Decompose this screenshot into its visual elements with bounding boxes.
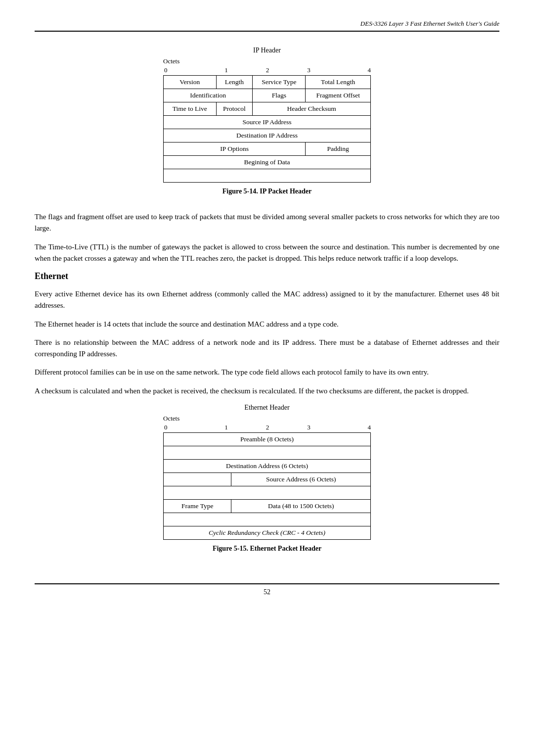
table-row xyxy=(164,486,371,499)
eth-preamble: Preamble (8 Octets) xyxy=(164,432,371,446)
table-row: Time to Live Protocol Header Checksum xyxy=(164,102,371,116)
ip-num-3: 3 xyxy=(288,66,330,74)
table-row: Source Address (6 Octets) xyxy=(164,472,371,486)
table-row: Begining of Data xyxy=(164,156,371,169)
ip-num-2: 2 xyxy=(247,66,288,74)
table-row: Destination IP Address xyxy=(164,129,371,142)
ip-fragment-offset: Fragment Offset xyxy=(306,89,371,102)
ip-num-4: 4 xyxy=(329,66,371,74)
eth-octets-label: Octets xyxy=(163,415,371,423)
page-header: DES-3326 Layer 3 Fast Ethernet Switch Us… xyxy=(35,20,499,32)
table-row: Source IP Address xyxy=(164,116,371,129)
ip-num-row: 0 1 2 3 4 xyxy=(163,66,371,74)
table-row: IP Options Padding xyxy=(164,142,371,156)
ip-num-1: 1 xyxy=(206,66,247,74)
ip-header-checksum: Header Checksum xyxy=(253,102,371,116)
page-footer: 52 xyxy=(35,583,499,596)
eth-para-3: There is no relationship between the MAC… xyxy=(35,337,499,360)
eth-para-2: The Ethernet header is 14 octets that in… xyxy=(35,319,499,330)
eth-num-1: 1 xyxy=(206,424,247,431)
ip-protocol: Protocol xyxy=(216,102,253,116)
table-row: Version Length Service Type Total Length xyxy=(164,76,371,89)
body-para-2: The Time-to-Live (TTL) is the number of … xyxy=(35,241,499,265)
eth-diagram-title: Ethernet Header xyxy=(163,404,371,412)
ethernet-heading: Ethernet xyxy=(35,271,499,282)
eth-table: Preamble (8 Octets) Destination Address … xyxy=(163,432,371,540)
eth-frame-type: Frame Type xyxy=(164,499,231,513)
table-row xyxy=(164,513,371,526)
eth-num-2: 2 xyxy=(247,424,288,431)
ip-ttl: Time to Live xyxy=(164,102,217,116)
ip-service-type: Service Type xyxy=(253,76,306,89)
ip-flags: Flags xyxy=(253,89,306,102)
ip-source-address: Source IP Address xyxy=(164,116,371,129)
eth-num-0: 0 xyxy=(164,424,206,431)
ip-diagram-title: IP Header xyxy=(163,47,371,54)
eth-source-address: Source Address (6 Octets) xyxy=(231,472,371,486)
eth-empty-4 xyxy=(164,513,371,526)
eth-num-row: 0 1 2 3 4 xyxy=(163,424,371,431)
ip-padding: Padding xyxy=(306,142,371,156)
eth-num-4: 4 xyxy=(329,424,371,431)
table-row: Destination Address (6 Octets) xyxy=(164,459,371,472)
body-para-1: The flags and fragment offset are used t… xyxy=(35,211,499,235)
eth-data: Data (48 to 1500 Octets) xyxy=(231,499,371,513)
ip-table: Version Length Service Type Total Length… xyxy=(163,75,371,183)
eth-diagram-container: Ethernet Header Octets 0 1 2 3 4 Preambl… xyxy=(35,404,499,564)
eth-dest-address: Destination Address (6 Octets) xyxy=(164,459,371,472)
table-row: Identification Flags Fragment Offset xyxy=(164,89,371,102)
ip-num-0: 0 xyxy=(164,66,206,74)
ip-empty xyxy=(164,169,371,183)
page-number: 52 xyxy=(264,588,270,596)
ip-options: IP Options xyxy=(164,142,306,156)
eth-para-4: Different protocol families can be in us… xyxy=(35,367,499,378)
table-row xyxy=(164,169,371,183)
ip-total-length: Total Length xyxy=(306,76,371,89)
ip-diagram-container: IP Header Octets 0 1 2 3 4 Version Lengt… xyxy=(35,47,499,206)
eth-num-3: 3 xyxy=(288,424,330,431)
table-row: Preamble (8 Octets) xyxy=(164,432,371,446)
ip-figure-caption: Figure 5-14. IP Packet Header xyxy=(163,188,371,195)
ip-data: Begining of Data xyxy=(164,156,371,169)
eth-figure-caption: Figure 5-15. Ethernet Packet Header xyxy=(163,545,371,553)
eth-empty-1 xyxy=(164,446,371,459)
eth-empty-3 xyxy=(164,486,371,499)
header-text: DES-3326 Layer 3 Fast Ethernet Switch Us… xyxy=(360,20,499,28)
table-row: Cyclic Redundancy Check (CRC - 4 Octets) xyxy=(164,526,371,539)
ip-length: Length xyxy=(216,76,253,89)
table-row xyxy=(164,446,371,459)
ip-identification: Identification xyxy=(164,89,253,102)
page: DES-3326 Layer 3 Fast Ethernet Switch Us… xyxy=(0,0,534,756)
eth-diagram-inner: Ethernet Header Octets 0 1 2 3 4 Preambl… xyxy=(163,404,371,564)
table-row: Frame Type Data (48 to 1500 Octets) xyxy=(164,499,371,513)
ip-version: Version xyxy=(164,76,217,89)
eth-crc: Cyclic Redundancy Check (CRC - 4 Octets) xyxy=(164,526,371,539)
eth-para-1: Every active Ethernet device has its own… xyxy=(35,288,499,312)
ip-dest-address: Destination IP Address xyxy=(164,129,371,142)
ip-octets-label: Octets xyxy=(163,57,371,65)
eth-para-5: A checksum is calculated and when the pa… xyxy=(35,385,499,397)
eth-empty-2 xyxy=(164,472,231,486)
ip-diagram-inner: IP Header Octets 0 1 2 3 4 Version Lengt… xyxy=(163,47,371,206)
